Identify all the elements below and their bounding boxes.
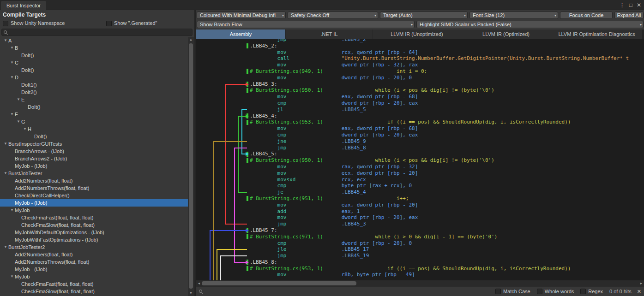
tree-item[interactable]: DoIt2(): [0, 89, 188, 96]
tree-item[interactable]: MyJob - (IJob): [0, 162, 188, 170]
scroll-right-icon[interactable]: ►: [638, 280, 644, 286]
tree-item[interactable]: MyJob - (IJob): [0, 266, 188, 273]
expander-icon[interactable]: ▼: [16, 96, 21, 103]
checkbox[interactable]: [3, 21, 8, 26]
code-horizontal-scrollbar[interactable]: ◄ ►: [196, 280, 644, 286]
code-hscrollbar-thumb[interactable]: [202, 281, 356, 285]
tree-item[interactable]: DoIt(): [0, 133, 188, 140]
focus-on-code-button[interactable]: Focus on Code: [560, 12, 613, 19]
tree-item[interactable]: DoIt(): [0, 103, 188, 111]
tab-llvm-ir-optimized[interactable]: LLVM IR (Optimized): [461, 30, 551, 39]
expand-all-button[interactable]: Expand All: [614, 12, 644, 19]
maximize-icon[interactable]: □: [629, 2, 632, 8]
debug-info-dropdown[interactable]: Coloured With Minimal Debug Infi▾: [197, 12, 286, 19]
expander-icon[interactable]: ▼: [9, 59, 15, 66]
tree-item[interactable]: ▼H: [0, 125, 188, 133]
tree-item[interactable]: MyJobWithFastOptimizations - (IJob): [0, 236, 188, 243]
expander-icon[interactable]: ▼: [9, 111, 15, 118]
expander-icon[interactable]: ▼: [3, 37, 8, 44]
tree-item[interactable]: MyJob - (IJob): [0, 199, 188, 207]
tree-item[interactable]: BranchArrows2 - (IJob): [0, 155, 188, 162]
code-segment-lbl: .LBB45_4:: [250, 113, 277, 119]
tree-item[interactable]: ▼BurstJobTester2: [0, 243, 188, 251]
checkbox[interactable]: [580, 289, 586, 294]
namespace-option: Show Unity Namespace: [3, 20, 65, 26]
tree-item[interactable]: Add2NumbersThrows(float, float): [0, 258, 188, 266]
scroll-left-icon[interactable]: ◄: [196, 280, 202, 286]
tree-item[interactable]: CheckFmaSlow(float, float, float): [0, 221, 188, 229]
simd-highlight-dropdown[interactable]: Highlight SIMD Scalar vs Packed (False)▾: [416, 21, 644, 28]
expander-icon[interactable]: ▼: [22, 125, 28, 133]
tree-item[interactable]: CheckFmaFast(float, float, float): [0, 214, 188, 221]
tree-item[interactable]: CheckFmaFast(float, float, float): [0, 280, 188, 288]
code-line: .LBB45_4:: [250, 113, 644, 119]
code-segment-op: eax, dword ptr [rbp - 20]: [286, 202, 418, 208]
expander-icon[interactable]: ▼: [3, 243, 8, 251]
expander-icon[interactable]: ▼: [3, 170, 8, 177]
tree-item[interactable]: ▼A: [0, 37, 188, 44]
checkbox[interactable]: [537, 289, 542, 294]
find-close-icon[interactable]: ✕: [637, 289, 641, 295]
close-icon[interactable]: ✕: [637, 2, 641, 8]
menu-icon[interactable]: ⋮: [620, 2, 625, 8]
scroll-down-icon[interactable]: ▼: [188, 290, 194, 296]
compile-targets-search: [1, 29, 193, 36]
code-line: .LBB45_2:: [250, 43, 644, 49]
tree-item-label: BranchArrows2 - (IJob): [15, 155, 67, 162]
tab-net-il[interactable]: .NET IL: [286, 30, 373, 39]
code-line: jl .LBB45_5: [250, 107, 644, 113]
tree-item[interactable]: DoIt(): [0, 66, 188, 74]
expander-icon[interactable]: ▼: [9, 273, 15, 280]
tree-item[interactable]: ▼MyJob: [0, 273, 188, 280]
tree-item[interactable]: MyJobWithDefaultOptimizations - (IJob): [0, 229, 188, 236]
font-size-dropdown[interactable]: Font Size (12)▾: [469, 12, 558, 19]
code-segment-str: "Unity.Burst.BurstString.NumberBuffer.Ge…: [289, 55, 629, 61]
expander-icon[interactable]: ▼: [9, 44, 15, 52]
tree-item-label: MyJob - (IJob): [15, 266, 47, 273]
checkbox-label: Whole words: [545, 289, 574, 294]
code-segment-src: if ((i == pos) && ShouldRoundUp(dig, i, …: [323, 266, 571, 272]
tree-item-label: CheckFmaFast(float, float, float): [21, 214, 94, 221]
tab-llvm-ir-unoptimized[interactable]: LLVM IR (Unoptimized): [373, 30, 461, 39]
tree-item[interactable]: DoIt(): [0, 52, 188, 59]
tree-item[interactable]: CheckFmaSlow(float, float, float): [0, 288, 188, 295]
tree-item[interactable]: CheckDirectCallHelper(): [0, 192, 188, 199]
window-tab[interactable]: Burst Inspector: [1, 1, 46, 10]
branch-flow-dropdown[interactable]: Show Branch Flow▾: [197, 21, 415, 28]
tree-item[interactable]: ▼C: [0, 59, 188, 66]
tree-item[interactable]: ▼E: [0, 96, 188, 103]
tab-llvm-ir-optimisation-diagnostics[interactable]: LLVM IR Optimisation Diagnostics: [551, 30, 642, 39]
find-options: Match CaseWhole wordsRegex: [495, 289, 609, 294]
tree-item[interactable]: Add2Numbers(float, float): [0, 251, 188, 258]
tree-scrollbar[interactable]: ▲ ▼: [188, 37, 194, 296]
tree-item[interactable]: ▼MyJob: [0, 207, 188, 214]
checkbox[interactable]: [495, 289, 501, 294]
tree-item[interactable]: Add2NumbersThrows(float, float): [0, 184, 188, 192]
safety-check-dropdown[interactable]: Safety Check Off▾: [288, 12, 378, 19]
expander-icon[interactable]: ▼: [9, 207, 15, 214]
code-segment-lbl: .LBB45_5:: [250, 151, 277, 157]
find-input[interactable]: [206, 288, 493, 295]
expander-icon[interactable]: ▼: [9, 74, 15, 81]
tab-assembly[interactable]: Assembly: [196, 30, 285, 39]
tree-item[interactable]: Add2Numbers(float, float): [0, 177, 188, 184]
tree-item[interactable]: ▼B: [0, 44, 188, 52]
tree-item[interactable]: ▼BurstJobTester: [0, 170, 188, 177]
tree-scrollbar-thumb[interactable]: [189, 43, 193, 289]
expander-icon[interactable]: ▼: [3, 140, 8, 148]
tree-item[interactable]: DoIt1(): [0, 81, 188, 89]
tree-item[interactable]: ▼G: [0, 118, 188, 125]
compile-targets-search-input[interactable]: [8, 29, 190, 36]
code-line: cmp dword ptr [rbp - 20], eax: [250, 100, 644, 107]
assembly-code-pane[interactable]: jmp .LBB45_2.LBB45_2: mov rcx, qword ptr…: [196, 39, 644, 280]
expander-icon[interactable]: ▼: [16, 118, 21, 125]
checkbox[interactable]: [106, 21, 112, 26]
tree-item[interactable]: ▼F: [0, 111, 188, 118]
scroll-up-icon[interactable]: ▲: [188, 37, 194, 42]
tree-item[interactable]: ▼D: [0, 74, 188, 81]
code-line: cmp dword ptr [rbp - 20], 0: [250, 240, 644, 247]
expand-all-button-label: Expand All: [617, 12, 641, 18]
tree-item[interactable]: BranchArrows - (IJob): [0, 148, 188, 155]
tree-item[interactable]: ▼BurstInspectorGUITests: [0, 140, 188, 148]
target-dropdown[interactable]: Target (Auto)▾: [380, 12, 468, 19]
